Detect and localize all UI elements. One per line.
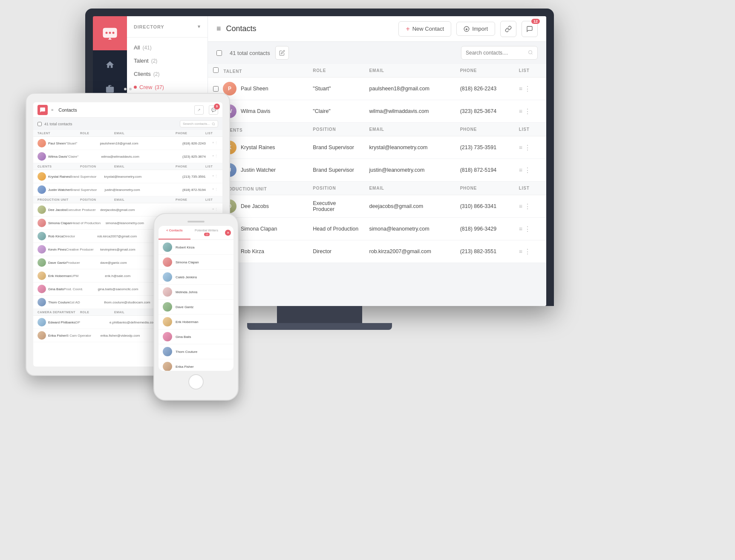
contact-email: simona@leanometry.com	[364, 218, 455, 240]
select-all-checkbox[interactable]	[216, 50, 222, 56]
sidebar-item-home[interactable]	[100, 55, 120, 75]
list-icon[interactable]: ≡ ⋮	[212, 141, 218, 145]
contact-role: 1st AD	[70, 300, 104, 304]
contact-role: Brand Supervisor	[308, 136, 364, 159]
table-row[interactable]: PPaul Sheen "Stuart" paulsheen18@gmail.c…	[208, 78, 546, 100]
avatar	[37, 285, 46, 293]
list-icon[interactable]: ≡	[519, 248, 522, 255]
tablet-menu-icon[interactable]: ≡	[51, 108, 53, 112]
new-contact-label: New Contact	[412, 26, 444, 32]
total-contacts-label: 41 total contacts	[230, 50, 270, 56]
more-icon[interactable]: ⋮	[524, 248, 531, 256]
table-row[interactable]: SSimona Clapan Head of Production simona…	[208, 218, 546, 240]
contact-phone: (213) 735-3591	[182, 175, 212, 179]
contact-name: Krystal Raines	[48, 175, 70, 179]
directory-collapse-icon[interactable]: ▾	[198, 24, 201, 29]
table-row[interactable]: RRob Kirza Director rob.kirza2007@gmail.…	[208, 240, 546, 263]
more-icon[interactable]: ⋮	[524, 107, 531, 115]
tablet-top-indicators	[26, 85, 230, 93]
tablet-row[interactable]: Paul Sheen "Stuart" paulsheen18@gmail.co…	[33, 137, 222, 150]
dir-item-clients[interactable]: Clients (2)	[127, 67, 208, 81]
phone-list-item[interactable]: Melinda Johns	[159, 285, 233, 300]
section-pos-label: POSITION	[80, 198, 114, 201]
avatar	[37, 232, 46, 240]
more-icon[interactable]: ⋮	[524, 202, 531, 211]
tablet-export-icon[interactable]: ↗	[194, 105, 204, 115]
search-input[interactable]	[466, 50, 525, 56]
table-row[interactable]: JJustin Watcher Brand Supervisor justin@…	[208, 159, 546, 182]
more-icon[interactable]: ⋮	[524, 166, 531, 174]
tablet-row[interactable]: Wilma Davis "Claire" wilma@wilmaddavis.c…	[33, 150, 222, 163]
section-email-label: EMAIL	[114, 165, 176, 168]
phone-speaker-area	[159, 221, 233, 222]
phone-list-item[interactable]: Caleb Jenkins	[159, 270, 233, 285]
phone-list-item[interactable]: Thom Couture	[159, 344, 233, 359]
section-email-label: EMAIL	[114, 132, 176, 135]
search-icon[interactable]	[528, 49, 533, 57]
dir-item-talent[interactable]: Talent (2)	[127, 54, 208, 67]
import-button[interactable]: Import	[456, 22, 495, 36]
list-icon[interactable]: ≡ ⋮	[212, 188, 218, 192]
new-contact-button[interactable]: + New Contact	[398, 21, 451, 37]
list-icon[interactable]: ≡ ⋮	[212, 174, 218, 179]
main-content: ≡ Contacts + New Contact Import	[208, 16, 546, 306]
tablet-notification-wrapper: 💬 9	[209, 105, 218, 115]
tablet-row[interactable]: Krystal Raines Brand Supervisor krystal@…	[33, 170, 222, 183]
phone-close-area: ✕	[222, 226, 233, 240]
list-icon[interactable]: ≡	[519, 144, 522, 151]
phone-list-item[interactable]: Gina Bails	[159, 329, 233, 344]
list-icon[interactable]: ≡	[519, 225, 522, 232]
list-icon[interactable]: ≡	[519, 203, 522, 210]
section-email-label: EMAIL	[114, 198, 176, 201]
list-icon[interactable]: ≡ ⋮	[212, 154, 218, 159]
table-row[interactable]: DDee Jacobs Executive Producer deejacobs…	[208, 195, 546, 218]
messages-button[interactable]: 12	[522, 21, 538, 37]
tablet-search-box[interactable]: Search contacts...	[180, 120, 218, 127]
contact-role: Prod. Coord.	[63, 287, 98, 291]
svg-point-4	[112, 32, 115, 34]
menu-icon[interactable]: ≡	[216, 24, 221, 33]
talent-section-checkbox[interactable]	[213, 67, 219, 73]
phone-list-item[interactable]: Dave Gantz	[159, 300, 233, 315]
phone-tab-writers[interactable]: Potential Writers 13	[190, 226, 222, 240]
dir-item-all[interactable]: All (41)	[127, 41, 208, 54]
section-list-label: LIST	[205, 132, 218, 135]
tablet-select-all[interactable]	[37, 122, 42, 126]
phone-close-button[interactable]: ✕	[225, 230, 231, 236]
more-icon[interactable]: ⋮	[524, 85, 531, 93]
list-icon[interactable]: ≡ ⋮	[212, 208, 218, 212]
phone-list-item[interactable]: Erik Hoberman	[159, 315, 233, 329]
edit-icon-button[interactable]	[275, 46, 289, 60]
section-list-label: LIST	[205, 198, 218, 201]
tablet-total-label: 41 total contacts	[44, 122, 72, 126]
tablet-row[interactable]: Justin Watcher Brand Supervisor justin@l…	[33, 183, 222, 196]
sidebar-logo[interactable]	[93, 16, 127, 50]
phone-tab1-label: < Contacts	[166, 228, 183, 232]
avatar	[37, 331, 46, 340]
clients-section-header: CLIENTS POSITION EMAIL PHONE LIST	[208, 123, 546, 136]
phone-list-item[interactable]: Robert Kirza	[159, 240, 233, 255]
contact-phone: (323) 825-3674	[182, 155, 212, 159]
table-row[interactable]: KKrystal Raines Brand Supervisor krystal…	[208, 136, 546, 159]
phone-home-button[interactable]	[188, 374, 204, 390]
more-icon[interactable]: ⋮	[524, 225, 531, 233]
list-icon[interactable]: ≡	[519, 108, 522, 115]
contact-name: Justin Watcher	[48, 188, 71, 192]
phone-tab-contacts[interactable]: < Contacts	[159, 226, 190, 240]
link-button[interactable]	[500, 21, 516, 37]
contact-role: UPM	[71, 274, 105, 278]
list-icon[interactable]: ≡	[519, 167, 522, 173]
phone-contact-list: Robert Kirza Simona Clapan Caleb Jenkins…	[159, 240, 233, 371]
phone-list-item[interactable]: Simona Clapan	[159, 255, 233, 270]
avatar	[163, 242, 172, 252]
contact-role: "Stuart"	[66, 141, 100, 145]
more-icon[interactable]: ⋮	[524, 144, 531, 152]
avatar	[163, 257, 172, 267]
contacts-table-scroll[interactable]: TALENT ROLE EMAIL PHONE LIST PPaul Sheen…	[208, 64, 546, 303]
avatar	[163, 347, 172, 356]
tablet-logo[interactable]	[37, 105, 48, 115]
phone-list-item[interactable]: Erika Fisher	[159, 359, 233, 371]
section-name-label: CAMERA DEPARTMENT	[37, 311, 76, 314]
table-row[interactable]: WWilma Davis "Claire" wilma@wilmaddavis.…	[208, 100, 546, 123]
list-icon[interactable]: ≡	[519, 85, 522, 92]
